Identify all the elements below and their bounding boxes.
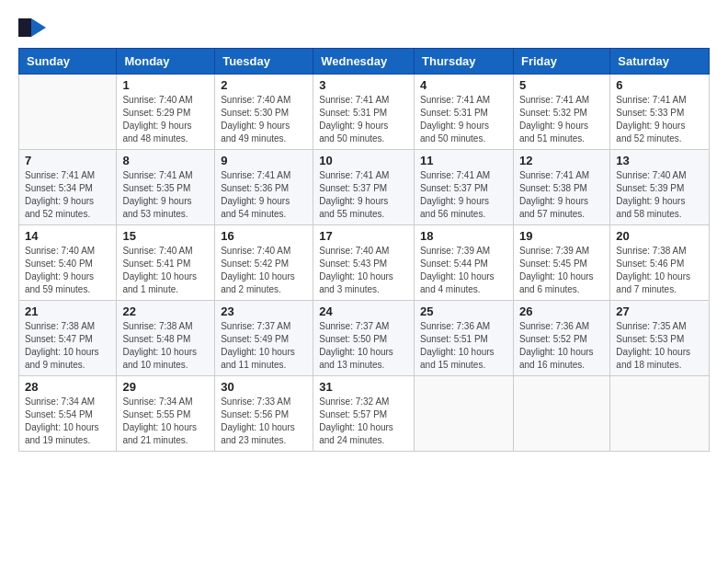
day-info: Sunrise: 7:34 AM Sunset: 5:54 PM Dayligh… [25,396,110,447]
calendar-cell: 4Sunrise: 7:41 AM Sunset: 5:31 PM Daylig… [415,75,514,150]
day-number: 14 [25,229,110,243]
day-number: 18 [420,229,507,243]
calendar-cell: 16Sunrise: 7:40 AM Sunset: 5:42 PM Dayli… [215,225,313,301]
day-number: 29 [122,380,209,394]
day-info: Sunrise: 7:35 AM Sunset: 5:53 PM Dayligh… [616,320,703,372]
calendar-cell: 5Sunrise: 7:41 AM Sunset: 5:32 PM Daylig… [513,75,609,150]
day-info: Sunrise: 7:41 AM Sunset: 5:31 PM Dayligh… [420,94,507,145]
day-number: 13 [616,154,703,167]
day-info: Sunrise: 7:38 AM Sunset: 5:47 PM Dayligh… [25,320,110,372]
calendar-cell: 6Sunrise: 7:41 AM Sunset: 5:33 PM Daylig… [610,75,710,150]
day-info: Sunrise: 7:40 AM Sunset: 5:40 PM Dayligh… [25,245,110,296]
calendar-cell [19,75,117,150]
day-number: 3 [319,78,408,92]
calendar-cell: 8Sunrise: 7:41 AM Sunset: 5:35 PM Daylig… [117,150,215,225]
calendar-cell: 19Sunrise: 7:39 AM Sunset: 5:45 PM Dayli… [513,225,609,301]
day-info: Sunrise: 7:39 AM Sunset: 5:45 PM Dayligh… [519,245,604,296]
weekday-header: Friday [513,49,609,75]
calendar-week-row: 14Sunrise: 7:40 AM Sunset: 5:40 PM Dayli… [19,225,710,301]
day-info: Sunrise: 7:40 AM Sunset: 5:42 PM Dayligh… [221,245,307,296]
day-info: Sunrise: 7:38 AM Sunset: 5:48 PM Dayligh… [122,320,209,372]
day-number: 24 [319,304,408,318]
day-number: 11 [420,154,507,167]
day-info: Sunrise: 7:32 AM Sunset: 5:57 PM Dayligh… [319,396,408,447]
svg-marker-1 [31,18,46,37]
day-number: 1 [122,78,209,92]
calendar-cell: 25Sunrise: 7:36 AM Sunset: 5:51 PM Dayli… [415,301,514,376]
calendar-week-row: 28Sunrise: 7:34 AM Sunset: 5:54 PM Dayli… [19,376,710,452]
calendar-cell: 23Sunrise: 7:37 AM Sunset: 5:49 PM Dayli… [215,301,313,376]
day-info: Sunrise: 7:40 AM Sunset: 5:29 PM Dayligh… [122,94,209,145]
day-info: Sunrise: 7:41 AM Sunset: 5:31 PM Dayligh… [319,94,408,145]
day-info: Sunrise: 7:41 AM Sunset: 5:34 PM Dayligh… [25,169,110,221]
day-number: 26 [519,304,604,318]
calendar-cell: 17Sunrise: 7:40 AM Sunset: 5:43 PM Dayli… [313,225,415,301]
day-number: 12 [519,154,604,167]
day-number: 30 [221,380,307,394]
calendar-week-row: 7Sunrise: 7:41 AM Sunset: 5:34 PM Daylig… [19,150,710,225]
calendar-cell: 13Sunrise: 7:40 AM Sunset: 5:39 PM Dayli… [610,150,710,225]
calendar-table: SundayMondayTuesdayWednesdayThursdayFrid… [18,48,710,452]
weekday-header: Thursday [415,49,514,75]
day-number: 4 [420,78,507,92]
calendar-week-row: 21Sunrise: 7:38 AM Sunset: 5:47 PM Dayli… [19,301,710,376]
weekday-header: Monday [117,49,215,75]
day-number: 2 [221,78,307,92]
day-info: Sunrise: 7:41 AM Sunset: 5:33 PM Dayligh… [616,94,703,145]
calendar-cell: 11Sunrise: 7:41 AM Sunset: 5:37 PM Dayli… [415,150,514,225]
calendar-header-row: SundayMondayTuesdayWednesdayThursdayFrid… [19,49,710,75]
day-info: Sunrise: 7:38 AM Sunset: 5:46 PM Dayligh… [616,245,703,296]
day-number: 25 [420,304,507,318]
calendar-cell [610,376,710,452]
calendar-cell: 7Sunrise: 7:41 AM Sunset: 5:34 PM Daylig… [19,150,117,225]
svg-rect-0 [18,18,31,37]
day-info: Sunrise: 7:37 AM Sunset: 5:49 PM Dayligh… [221,320,307,372]
day-number: 6 [616,78,703,92]
day-number: 5 [519,78,604,92]
weekday-header: Wednesday [313,49,415,75]
day-number: 8 [122,154,209,167]
day-info: Sunrise: 7:41 AM Sunset: 5:32 PM Dayligh… [519,94,604,145]
day-info: Sunrise: 7:41 AM Sunset: 5:38 PM Dayligh… [519,169,604,221]
weekday-header: Sunday [19,49,117,75]
calendar-cell: 21Sunrise: 7:38 AM Sunset: 5:47 PM Dayli… [19,301,117,376]
day-info: Sunrise: 7:41 AM Sunset: 5:37 PM Dayligh… [420,169,507,221]
calendar-cell: 14Sunrise: 7:40 AM Sunset: 5:40 PM Dayli… [19,225,117,301]
calendar-week-row: 1Sunrise: 7:40 AM Sunset: 5:29 PM Daylig… [19,75,710,150]
calendar-cell [513,376,609,452]
logo-icon [18,18,46,37]
day-number: 10 [319,154,408,167]
calendar-cell: 2Sunrise: 7:40 AM Sunset: 5:30 PM Daylig… [215,75,313,150]
day-info: Sunrise: 7:41 AM Sunset: 5:35 PM Dayligh… [122,169,209,221]
calendar-cell: 26Sunrise: 7:36 AM Sunset: 5:52 PM Dayli… [513,301,609,376]
day-number: 22 [122,304,209,318]
calendar-cell: 1Sunrise: 7:40 AM Sunset: 5:29 PM Daylig… [117,75,215,150]
day-number: 21 [25,304,110,318]
day-number: 19 [519,229,604,243]
weekday-header: Saturday [610,49,710,75]
day-info: Sunrise: 7:33 AM Sunset: 5:56 PM Dayligh… [221,396,307,447]
day-info: Sunrise: 7:36 AM Sunset: 5:51 PM Dayligh… [420,320,507,372]
day-info: Sunrise: 7:40 AM Sunset: 5:43 PM Dayligh… [319,245,408,296]
day-number: 16 [221,229,307,243]
calendar-body: 1Sunrise: 7:40 AM Sunset: 5:29 PM Daylig… [19,75,710,452]
day-number: 23 [221,304,307,318]
day-info: Sunrise: 7:40 AM Sunset: 5:41 PM Dayligh… [122,245,209,296]
calendar-cell: 12Sunrise: 7:41 AM Sunset: 5:38 PM Dayli… [513,150,609,225]
day-number: 7 [25,154,110,167]
logo [18,18,46,39]
day-info: Sunrise: 7:40 AM Sunset: 5:39 PM Dayligh… [616,169,703,221]
day-number: 31 [319,380,408,394]
day-number: 9 [221,154,307,167]
calendar-cell [415,376,514,452]
day-info: Sunrise: 7:41 AM Sunset: 5:37 PM Dayligh… [319,169,408,221]
calendar-cell: 24Sunrise: 7:37 AM Sunset: 5:50 PM Dayli… [313,301,415,376]
calendar-cell: 10Sunrise: 7:41 AM Sunset: 5:37 PM Dayli… [313,150,415,225]
calendar-cell: 30Sunrise: 7:33 AM Sunset: 5:56 PM Dayli… [215,376,313,452]
calendar-cell: 22Sunrise: 7:38 AM Sunset: 5:48 PM Dayli… [117,301,215,376]
day-info: Sunrise: 7:41 AM Sunset: 5:36 PM Dayligh… [221,169,307,221]
day-info: Sunrise: 7:36 AM Sunset: 5:52 PM Dayligh… [519,320,604,372]
calendar-cell: 18Sunrise: 7:39 AM Sunset: 5:44 PM Dayli… [415,225,514,301]
day-info: Sunrise: 7:40 AM Sunset: 5:30 PM Dayligh… [221,94,307,145]
day-info: Sunrise: 7:39 AM Sunset: 5:44 PM Dayligh… [420,245,507,296]
